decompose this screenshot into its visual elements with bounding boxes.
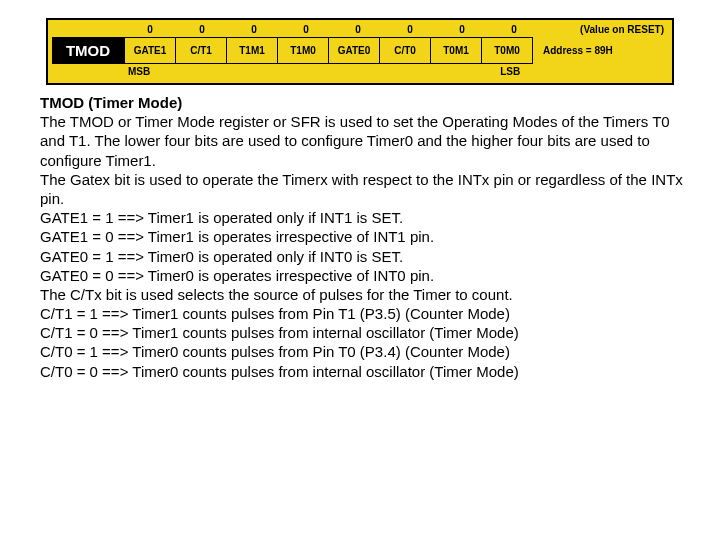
register-bit-row: TMOD GATE1 C/T1 T1M1 T1M0 GATE0 C/T0 T0M…: [52, 37, 668, 64]
bit-ct1: C/T1: [176, 37, 227, 64]
description-text: TMOD (Timer Mode) The TMOD or Timer Mode…: [40, 93, 684, 381]
msb-label: MSB: [128, 66, 150, 77]
reset-bit-2: 0: [384, 24, 436, 35]
msb-lsb-row: MSB LSB: [52, 66, 668, 77]
reset-bit-4: 0: [280, 24, 332, 35]
bit-t1m0: T1M0: [278, 37, 329, 64]
line-gate0-set: GATE0 = 1 ==> Timer0 is operated only if…: [40, 247, 684, 266]
tmod-register-diagram: 0 0 0 0 0 0 0 0 (Value on RESET) TMOD GA…: [46, 18, 674, 85]
reset-bit-1: 0: [436, 24, 488, 35]
reset-bit-0: 0: [488, 24, 540, 35]
bit-gate1: GATE1: [124, 37, 176, 64]
reset-bit-3: 0: [332, 24, 384, 35]
reset-bit-6: 0: [176, 24, 228, 35]
reset-bit-7: 0: [124, 24, 176, 35]
lsb-label: LSB: [500, 66, 520, 77]
reset-bit-5: 0: [228, 24, 280, 35]
line-ct0-timer: C/T0 = 0 ==> Timer0 counts pulses from i…: [40, 362, 684, 381]
section-title: TMOD (Timer Mode): [40, 93, 684, 112]
paragraph-gate: The Gatex bit is used to operate the Tim…: [40, 170, 684, 208]
paragraph-ct: The C/Tx bit is used selects the source …: [40, 285, 684, 304]
line-gate1-clear: GATE1 = 0 ==> Timer1 is operates irrespe…: [40, 227, 684, 246]
reset-caption: (Value on RESET): [580, 24, 668, 35]
line-gate0-clear: GATE0 = 0 ==> Timer0 is operates irrespe…: [40, 266, 684, 285]
line-gate1-set: GATE1 = 1 ==> Timer1 is operated only if…: [40, 208, 684, 227]
bit-gate0: GATE0: [329, 37, 380, 64]
bit-ct0: C/T0: [380, 37, 431, 64]
line-ct1-timer: C/T1 = 0 ==> Timer1 counts pulses from i…: [40, 323, 684, 342]
paragraph-intro: The TMOD or Timer Mode register or SFR i…: [40, 112, 684, 170]
bit-t0m1: T0M1: [431, 37, 482, 64]
register-name: TMOD: [52, 37, 124, 64]
bit-t1m1: T1M1: [227, 37, 278, 64]
reset-value-row: 0 0 0 0 0 0 0 0 (Value on RESET): [52, 24, 668, 35]
line-ct0-counter: C/T0 = 1 ==> Timer0 counts pulses from P…: [40, 342, 684, 361]
line-ct1-counter: C/T1 = 1 ==> Timer1 counts pulses from P…: [40, 304, 684, 323]
address-label: Address = 89H: [543, 37, 613, 64]
bit-t0m0: T0M0: [482, 37, 533, 64]
